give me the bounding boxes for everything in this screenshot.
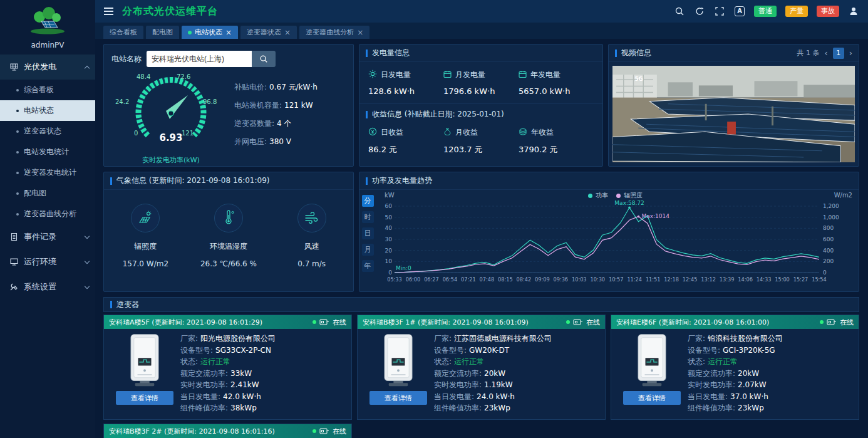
tab-dashboard[interactable]: 综合看板 xyxy=(103,26,143,39)
sidebar-item-inverter-generation-stats[interactable]: 逆变器发电统计 xyxy=(0,162,95,183)
svg-text:1,200: 1,200 xyxy=(823,203,839,209)
sidebar-section-environment[interactable]: 运行环境 xyxy=(0,249,95,274)
field-row: 状态:运行正常 xyxy=(180,356,346,368)
svg-text:07:21: 07:21 xyxy=(461,276,476,283)
period-hour[interactable]: 时 xyxy=(362,211,374,223)
inverter-card: 安科瑞E楼6F (更新时间: 2021-09-08 16:01:00) 在线 查… xyxy=(611,315,859,420)
station-panel: 电站名称 xyxy=(103,44,354,167)
sidebar-item-inverter-status[interactable]: 逆变器状态 xyxy=(0,121,95,142)
moneybag-icon xyxy=(443,127,452,138)
inverter-icon xyxy=(319,428,329,434)
online-dot xyxy=(566,320,570,324)
generation-title: 发电量信息 xyxy=(372,48,410,58)
period-year[interactable]: 年 xyxy=(362,260,374,272)
field-row: 厂家:阳光电源股份有限公司 xyxy=(180,333,346,345)
title-bar xyxy=(366,50,368,57)
station-name-input[interactable] xyxy=(147,51,252,67)
y-axis-unit-left: kW xyxy=(385,192,395,199)
gauge-tick: 72.6 xyxy=(177,73,190,80)
sidebar-item-station-generation-stats[interactable]: 电站发电统计 xyxy=(0,142,95,162)
sun-icon xyxy=(368,70,377,80)
bullet-icon xyxy=(16,172,19,174)
sidebar-section-events[interactable]: 事件记录 xyxy=(0,224,95,249)
sidebar-section-pv[interactable]: 光伏发电 xyxy=(0,55,95,80)
status-badge-normal[interactable]: 普通 xyxy=(754,6,777,17)
chart-legend: 功率 辐照度 xyxy=(588,191,643,200)
chevron-down-icon xyxy=(85,233,90,238)
status-badge-accident[interactable]: 事故 xyxy=(817,6,839,17)
svg-text:10:30: 10:30 xyxy=(590,276,605,283)
tab-distribution-map[interactable]: 配电图 xyxy=(146,26,179,39)
svg-text:05:33: 05:33 xyxy=(387,276,402,283)
svg-text:0: 0 xyxy=(823,269,827,276)
user-icon[interactable] xyxy=(848,6,859,17)
tab-inverter-status[interactable]: 逆变器状态× xyxy=(240,26,297,39)
sidebar-item-dashboard[interactable]: 综合看板 xyxy=(0,80,95,100)
monitor-icon xyxy=(9,257,19,267)
station-search-button[interactable] xyxy=(252,51,276,67)
online-status: 在线 xyxy=(313,318,346,327)
irradiance-legend-dot[interactable] xyxy=(616,194,621,198)
svg-text:12:45: 12:45 xyxy=(683,276,698,283)
field-row: 设备型号:SG33CX-2P-CN xyxy=(180,345,346,357)
svg-text:60: 60 xyxy=(385,203,393,209)
view-details-button[interactable]: 查看详情 xyxy=(369,391,427,405)
view-details-button[interactable]: 查看详情 xyxy=(623,391,681,405)
month-income: 月收益 1203.7 元 xyxy=(443,127,519,155)
field-row: 厂家:江苏固德威电源科技有限公司 xyxy=(434,333,600,345)
svg-text:08:42: 08:42 xyxy=(517,276,532,283)
close-icon[interactable]: × xyxy=(284,29,291,36)
refresh-icon[interactable] xyxy=(694,6,705,17)
lang-icon[interactable]: A xyxy=(734,6,745,17)
sidebar-section-settings[interactable]: 系统设置 xyxy=(0,274,95,300)
period-day[interactable]: 日 xyxy=(362,227,374,239)
bullet-icon xyxy=(16,192,19,195)
page-number[interactable]: 1 xyxy=(833,48,844,59)
svg-text:50: 50 xyxy=(385,214,393,221)
sidebar-item-station-status[interactable]: 电站状态 xyxy=(0,100,95,121)
title-bar xyxy=(366,177,368,185)
bullet-icon xyxy=(16,213,19,216)
station-name-label: 电站名称 xyxy=(111,54,142,65)
field-row: 额定交流功率:20kW xyxy=(434,368,600,380)
prev-page-icon[interactable]: ‹ xyxy=(825,49,828,57)
svg-text:15:27: 15:27 xyxy=(793,276,809,283)
field-row: 实时发电功率:2.41kW xyxy=(180,379,346,391)
sidebar: adminPV 光伏发电 综合看板 电站状态 逆变器状态 电站发电统计 逆变器发… xyxy=(0,0,95,438)
svg-text:800: 800 xyxy=(823,225,834,231)
active-tab-dot xyxy=(188,31,192,34)
online-dot xyxy=(313,320,316,324)
menu-toggle-icon[interactable] xyxy=(104,8,113,15)
field-row: 组件峰值功率:23kWp xyxy=(688,402,854,414)
tab-station-status[interactable]: 电站状态× xyxy=(182,26,238,39)
sidebar-item-inverter-curve-analysis[interactable]: 逆变器曲线分析 xyxy=(0,204,95,224)
next-page-icon[interactable]: › xyxy=(849,49,852,57)
close-icon[interactable]: × xyxy=(225,29,232,36)
inverter-device-image xyxy=(628,333,676,388)
title-bar xyxy=(366,111,368,118)
svg-text:11:51: 11:51 xyxy=(646,276,661,283)
tab-inverter-curve-analysis[interactable]: 逆变器曲线分析× xyxy=(299,26,369,39)
field-row: 组件峰值功率:23kWp xyxy=(434,402,600,414)
power-legend-dot[interactable] xyxy=(588,194,592,198)
search-icon[interactable] xyxy=(674,6,685,17)
gauge-tick: 96.8 xyxy=(203,98,217,105)
video-frame[interactable]: 5G xyxy=(609,62,859,166)
sidebar-section-label: 事件记录 xyxy=(24,231,85,242)
svg-text:07:48: 07:48 xyxy=(480,276,495,283)
period-minute[interactable]: 分 xyxy=(362,195,374,207)
inverter-device-image xyxy=(375,333,422,388)
online-dot xyxy=(313,429,316,433)
svg-text:20: 20 xyxy=(385,248,393,254)
fullscreen-icon[interactable] xyxy=(714,6,725,17)
period-month[interactable]: 月 xyxy=(362,244,374,256)
view-details-button[interactable]: 查看详情 xyxy=(116,391,173,405)
svg-text:12:18: 12:18 xyxy=(664,276,679,283)
tab-bar: 综合看板 配电图 电站状态× 逆变器状态× 逆变器曲线分析× xyxy=(95,23,868,39)
close-icon[interactable]: × xyxy=(357,29,363,36)
status-badge-production[interactable]: 产量 xyxy=(785,6,808,17)
svg-text:1,000: 1,000 xyxy=(823,214,839,221)
svg-text:30: 30 xyxy=(385,236,393,242)
sidebar-item-distribution-map[interactable]: 配电图 xyxy=(0,183,95,204)
camera-still-image: 5G xyxy=(612,66,855,162)
